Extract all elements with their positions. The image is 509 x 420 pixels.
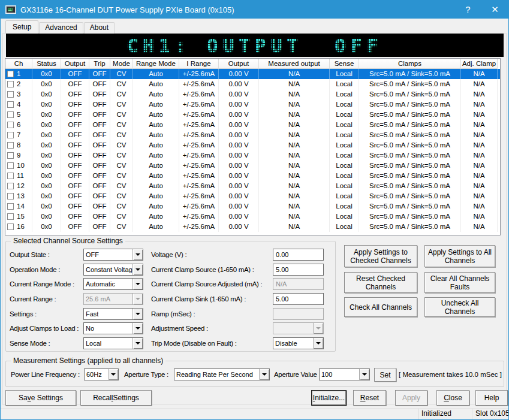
channel-checkbox[interactable] — [7, 132, 14, 138]
aperture-value-select[interactable]: 100 — [319, 368, 370, 380]
cell-status: 0x0 — [32, 171, 61, 181]
tab-setup[interactable]: Setup — [5, 20, 38, 34]
column-header-adj-clamp-11[interactable]: Adj. Clamp — [461, 59, 498, 69]
output-state-select[interactable]: OFF — [83, 249, 143, 261]
channel-row-11[interactable]: 110x0OFFOFFCVAuto+/-25.6mA0.00 VN/ALocal… — [5, 171, 500, 181]
current-clamp-sink-field[interactable]: 5.00 — [273, 293, 324, 305]
channel-checkbox[interactable] — [7, 203, 14, 210]
column-header-sense-9[interactable]: Sense — [330, 59, 359, 69]
channel-number: 12 — [17, 181, 25, 191]
cell-i_range: +/-25.6mA — [179, 120, 219, 130]
channel-row-10[interactable]: 100x0OFFOFFCVAuto+/-25.6mA0.00 VN/ALocal… — [5, 161, 500, 171]
apply-settings-to-checked-channels-button[interactable]: Apply Settings to Checked Channels — [344, 245, 417, 267]
reset-button[interactable]: Reset — [353, 390, 386, 406]
adjust-clamps-to-load-select[interactable]: No — [83, 322, 143, 334]
dropdown-button[interactable] — [313, 338, 323, 349]
column-header-i-range-6[interactable]: I Range — [179, 59, 219, 69]
dropdown-button[interactable] — [132, 249, 143, 260]
channel-checkbox[interactable] — [7, 223, 14, 230]
recall-settings-button[interactable]: Recall Settings — [80, 390, 152, 406]
column-header-clamps-10[interactable]: Clamps — [359, 59, 461, 69]
save-settings-button[interactable]: Save Settings — [5, 390, 76, 406]
apply-settings-to-all-channels-button[interactable]: Apply Settings to All Channels — [424, 245, 495, 267]
column-header-output-7[interactable]: Output — [219, 59, 259, 69]
dropdown-button[interactable] — [259, 369, 269, 380]
uncheck-all-channels-button[interactable]: Uncheck All Channels — [424, 297, 495, 317]
column-header-status-1[interactable]: Status — [32, 59, 61, 69]
initialize-button[interactable]: Initialize... — [311, 390, 347, 406]
channel-checkbox[interactable] — [7, 91, 14, 98]
column-header-output-2[interactable]: Output — [61, 59, 89, 69]
close-button[interactable]: Close — [436, 390, 469, 406]
channel-number: 7 — [17, 130, 20, 140]
current-range-mode-select[interactable]: Automatic — [83, 278, 143, 290]
dropdown-button[interactable] — [132, 309, 143, 319]
channel-row-7[interactable]: 70x0OFFOFFCVAuto+/-25.6mA0.00 VN/ALocalS… — [5, 130, 500, 140]
chevron-down-icon — [135, 298, 140, 300]
column-header-range-mode-5[interactable]: Range Mode — [133, 59, 179, 69]
reset-checked-channels-button[interactable]: Reset Checked Channels — [344, 272, 417, 293]
channel-checkbox[interactable] — [7, 101, 14, 108]
channel-row-3[interactable]: 30x0OFFOFFCVAuto+/-25.6mA0.00 VN/ALocalS… — [5, 89, 500, 99]
settings-select[interactable]: Fast — [83, 308, 143, 320]
channel-row-8[interactable]: 80x0OFFOFFCVAuto+/-25.6mA0.00 VN/ALocalS… — [5, 140, 500, 150]
channel-checkbox[interactable] — [7, 81, 14, 87]
dropdown-button[interactable] — [132, 338, 143, 349]
channel-checkbox[interactable] — [7, 152, 14, 159]
channel-checkbox[interactable] — [7, 193, 14, 200]
cell-range_mode: Auto — [133, 211, 179, 222]
cell-mode: CV — [110, 99, 133, 110]
channel-checkbox[interactable] — [7, 183, 14, 189]
column-header-trip-3[interactable]: Trip — [89, 59, 110, 69]
check-all-channels-button[interactable]: Check All Channels — [344, 297, 417, 317]
column-header-ch-0[interactable]: Ch — [5, 59, 32, 69]
channel-row-15[interactable]: 150x0OFFOFFCVAuto+/-25.6mA0.00 VN/ALocal… — [5, 211, 500, 222]
power-line-frequency-select[interactable]: 60Hz — [84, 368, 119, 380]
channel-checkbox[interactable] — [7, 71, 14, 77]
channel-row-9[interactable]: 90x0OFFOFFCVAuto+/-25.6mA0.00 VN/ALocalS… — [5, 150, 500, 161]
channel-checkbox[interactable] — [7, 162, 14, 169]
voltage-field[interactable]: 0.00 — [273, 249, 324, 261]
cell-ch: 3 — [5, 89, 32, 99]
set-button[interactable]: Set — [374, 368, 396, 382]
apply-button[interactable]: Apply — [395, 390, 427, 406]
channel-row-4[interactable]: 40x0OFFOFFCVAuto+/-25.6mA0.00 VN/ALocalS… — [5, 99, 500, 110]
cell-sense: Local — [330, 211, 359, 222]
column-header-measured-output-8[interactable]: Measured output — [259, 59, 330, 69]
column-header-mode-4[interactable]: Mode — [110, 59, 133, 69]
channel-row-6[interactable]: 60x0OFFOFFCVAuto+/-25.6mA0.00 VN/ALocalS… — [5, 120, 500, 130]
clear-all-channels-faults-button[interactable]: Clear All Channels Faults — [424, 272, 495, 293]
cell-mode: CV — [110, 110, 133, 120]
channel-row-5[interactable]: 50x0OFFOFFCVAuto+/-25.6mA0.00 VN/ALocalS… — [5, 110, 500, 120]
dropdown-button[interactable] — [132, 264, 143, 275]
sense-mode-select[interactable]: Local — [83, 337, 143, 349]
channel-row-13[interactable]: 130x0OFFOFFCVAuto+/-25.6mA0.00 VN/ALocal… — [5, 191, 500, 201]
dropdown-button[interactable] — [359, 369, 369, 380]
channel-checkbox[interactable] — [7, 142, 14, 149]
trip-mode-select[interactable]: Disable — [273, 337, 324, 349]
channel-checkbox[interactable] — [7, 213, 14, 220]
cell-measured: N/A — [259, 99, 330, 110]
channel-row-1[interactable]: 10x0OFFOFFCVAuto+/-25.6mA0.00 VN/ALocalS… — [5, 69, 500, 79]
channel-checkbox[interactable] — [7, 122, 14, 128]
channel-checkbox[interactable] — [7, 173, 14, 179]
close-titlebar-button[interactable]: ✕ — [481, 1, 508, 19]
tab-advanced[interactable]: Advanced — [39, 22, 83, 34]
channel-row-16[interactable]: 160x0OFFOFFCVAuto+/-25.6mA0.00 VN/ALocal… — [5, 222, 500, 232]
aperture-type-select[interactable]: Reading Rate Per Second — [174, 368, 270, 380]
cell-output: OFF — [61, 222, 89, 232]
channel-checkbox[interactable] — [7, 111, 14, 118]
dropdown-button[interactable] — [132, 323, 143, 334]
channel-row-12[interactable]: 120x0OFFOFFCVAuto+/-25.6mA0.00 VN/ALocal… — [5, 181, 500, 191]
channel-row-14[interactable]: 140x0OFFOFFCVAuto+/-25.6mA0.00 VN/ALocal… — [5, 201, 500, 211]
dropdown-button[interactable] — [132, 279, 143, 289]
dropdown-button[interactable] — [108, 369, 118, 380]
operation-mode-select[interactable]: Constant Voltage — [83, 264, 143, 276]
help-titlebar-button[interactable]: ? — [454, 1, 481, 19]
tab-about[interactable]: About — [84, 22, 115, 34]
current-clamp-source-field[interactable]: 5.00 — [273, 264, 324, 276]
help-button[interactable]: Help — [475, 390, 508, 406]
cell-measured: N/A — [259, 120, 330, 130]
channel-row-2[interactable]: 20x0OFFOFFCVAuto+/-25.6mA0.00 VN/ALocalS… — [5, 79, 500, 89]
aperture-value-value: 100 — [320, 369, 359, 380]
